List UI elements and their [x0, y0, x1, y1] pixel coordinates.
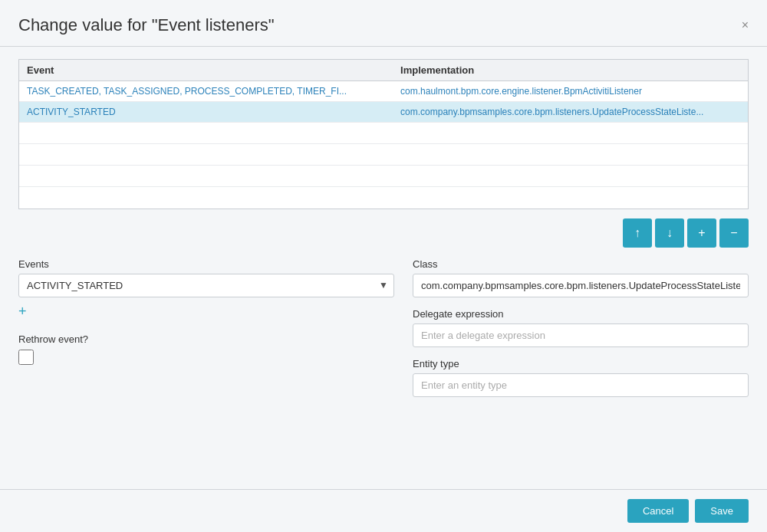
close-button[interactable]: × [742, 19, 749, 31]
save-button[interactable]: Save [695, 499, 749, 523]
delegate-expression-input[interactable] [413, 323, 749, 347]
table-row-empty [19, 166, 748, 187]
table-toolbar: ↑ ↓ + − [18, 218, 749, 248]
class-label: Class [413, 258, 749, 270]
event-listeners-table-container: Event Implementation TASK_CREATED, TASK_… [18, 59, 749, 209]
col-event: Event [19, 60, 393, 81]
col-implementation: Implementation [393, 60, 748, 81]
rethrow-group: Rethrow event? [18, 333, 394, 365]
entity-type-group: Entity type [413, 358, 749, 397]
table-row-empty [19, 123, 748, 144]
event-listeners-table: Event Implementation TASK_CREATED, TASK_… [19, 60, 748, 209]
form-area: Events ACTIVITY_STARTED TASK_CREATED TAS… [18, 258, 749, 408]
move-down-button[interactable]: ↓ [655, 218, 684, 248]
table-row[interactable]: TASK_CREATED, TASK_ASSIGNED, PROCESS_COM… [19, 81, 748, 102]
dialog-footer: Cancel Save [0, 489, 767, 532]
form-right: Class Delegate expression Entity type [413, 258, 749, 408]
table-cell-event: ACTIVITY_STARTED [19, 102, 393, 123]
events-label: Events [18, 258, 394, 270]
delegate-expression-group: Delegate expression [413, 308, 749, 347]
rethrow-checkbox[interactable] [18, 350, 34, 365]
table-cell-implementation: com.company.bpmsamples.core.bpm.listener… [393, 102, 748, 123]
entity-type-label: Entity type [413, 358, 749, 369]
cancel-button[interactable]: Cancel [627, 499, 689, 523]
dialog-body: Event Implementation TASK_CREATED, TASK_… [0, 47, 767, 489]
events-select-wrapper: ACTIVITY_STARTED TASK_CREATED TASK_ASSIG… [18, 274, 394, 297]
table-header-row: Event Implementation [19, 60, 748, 81]
add-row-button[interactable]: + [687, 218, 716, 248]
class-group: Class [413, 258, 749, 297]
remove-row-button[interactable]: − [719, 218, 749, 248]
dialog-title: Change value for "Event listeners" [18, 15, 275, 35]
events-select[interactable]: ACTIVITY_STARTED TASK_CREATED TASK_ASSIG… [18, 274, 394, 297]
dialog-header: Change value for "Event listeners" × [0, 0, 767, 47]
table-cell-event: TASK_CREATED, TASK_ASSIGNED, PROCESS_COM… [19, 81, 393, 102]
entity-type-input[interactable] [413, 373, 749, 397]
table-cell-implementation: com.haulmont.bpm.core.engine.listener.Bp… [393, 81, 748, 102]
events-group: Events ACTIVITY_STARTED TASK_CREATED TAS… [18, 258, 394, 323]
dialog: Change value for "Event listeners" × Eve… [0, 0, 767, 532]
class-input[interactable] [413, 274, 749, 297]
form-left: Events ACTIVITY_STARTED TASK_CREATED TAS… [18, 258, 394, 408]
delegate-expression-label: Delegate expression [413, 308, 749, 320]
move-up-button[interactable]: ↑ [623, 218, 652, 248]
rethrow-label: Rethrow event? [18, 333, 394, 345]
add-event-icon[interactable]: + [18, 304, 27, 320]
table-row-empty [19, 187, 748, 209]
rethrow-checkbox-container [18, 350, 394, 365]
table-row-empty [19, 144, 748, 166]
table-row[interactable]: ACTIVITY_STARTED com.company.bpmsamples.… [19, 102, 748, 123]
